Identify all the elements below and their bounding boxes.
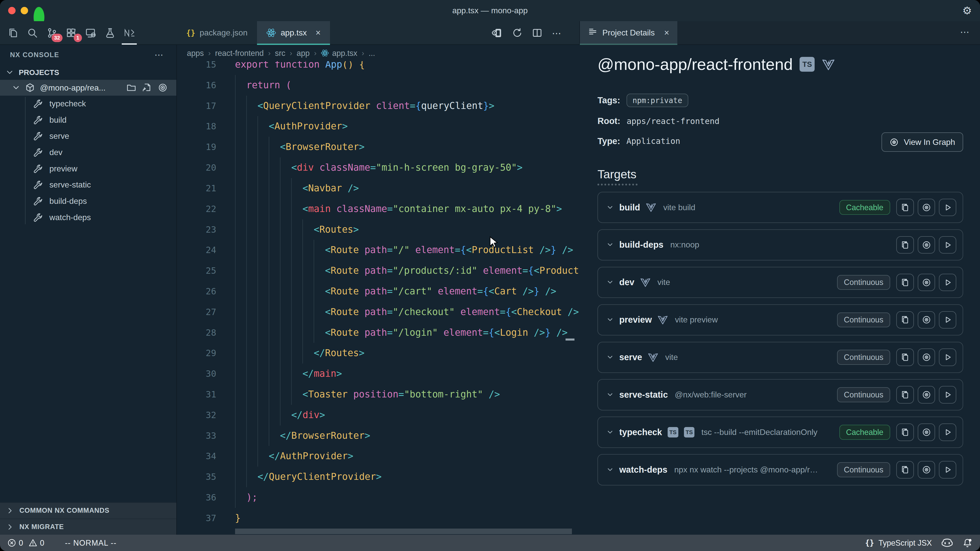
chevron-down-icon[interactable] [607,354,614,361]
tree-item-task-typecheck[interactable]: typecheck [0,96,177,112]
copy-button[interactable] [896,236,914,254]
view-button[interactable] [918,199,935,216]
more-actions-icon[interactable]: ⋯ [552,27,562,38]
breadcrumb-item[interactable]: apps [187,49,204,58]
target-card-build-deps[interactable]: build-depsnx:noop [597,229,963,260]
line-number[interactable]: 28 [178,322,216,343]
line-number[interactable]: 30 [178,364,216,384]
copy-button[interactable] [896,461,914,478]
line-number[interactable]: 38 [178,529,216,535]
breadcrumb-item[interactable]: app.tsx [321,49,357,58]
target-card-watch-deps[interactable]: watch-depsnpx nx watch --projects @mono-… [597,454,963,485]
line-number[interactable]: 21 [178,178,216,199]
view-button[interactable] [918,461,935,478]
tree-section-projects[interactable]: PROJECTS [0,65,177,80]
refresh-icon[interactable] [512,27,523,38]
tab-package.json[interactable]: {}package.json [177,21,257,44]
language-mode[interactable]: {} TypeScript JSX [865,538,932,548]
line-number[interactable]: 36 [178,487,216,508]
tree-item-task-build[interactable]: build [0,112,177,128]
play-button[interactable] [939,274,956,291]
play-button[interactable] [939,199,956,216]
play-button[interactable] [939,348,956,366]
chevron-down-icon[interactable] [607,279,614,286]
remote-explorer-icon[interactable] [85,27,96,38]
open-project-details-icon[interactable] [491,27,503,38]
breadcrumb-item[interactable]: ... [369,49,375,58]
tree-item-task-build-deps[interactable]: build-deps [0,193,177,210]
view-in-graph-button[interactable]: View In Graph [881,132,963,152]
line-number[interactable]: 17 [178,96,216,116]
play-button[interactable] [939,461,956,478]
chevron-down-icon[interactable] [607,391,614,398]
chevron-down-icon[interactable] [607,241,614,248]
line-number[interactable]: 23 [178,219,216,240]
line-number[interactable]: 26 [178,281,216,302]
close-window-button[interactable] [8,7,16,14]
breadcrumb-item[interactable]: src [275,49,285,58]
section-nx-migrate[interactable]: NX MIGRATE [0,519,177,535]
extensions-icon[interactable]: 1 [65,27,77,38]
view-button[interactable] [918,386,935,403]
notifications-bell-icon[interactable] [963,538,972,548]
target-card-build[interactable]: buildvite buildCacheable [597,192,963,223]
view-button[interactable] [918,274,935,291]
explorer-icon[interactable] [7,27,19,38]
chevron-down-icon[interactable] [607,466,614,473]
copy-button[interactable] [896,424,914,441]
copy-button[interactable] [896,348,914,366]
split-editor-icon[interactable] [532,27,542,38]
chevron-down-icon[interactable] [607,429,614,436]
view-button[interactable] [918,424,935,441]
line-number[interactable]: 27 [178,302,216,322]
copy-button[interactable] [896,311,914,329]
target-card-dev[interactable]: devviteContinuous [597,267,963,298]
copy-button[interactable] [896,199,914,216]
line-number[interactable]: 22 [178,199,216,219]
play-button[interactable] [939,386,956,403]
tab-project-details[interactable]: Project Details × [580,21,677,44]
line-number[interactable]: 35 [178,467,216,487]
line-number[interactable]: 15 [178,61,216,75]
line-number[interactable]: 33 [178,426,216,446]
folder-icon[interactable] [126,83,136,93]
line-number[interactable]: 20 [178,157,216,178]
open-config-file-icon[interactable] [142,83,152,93]
breadcrumb-item[interactable]: react-frontend [215,49,264,58]
chevron-down-icon[interactable] [607,316,614,323]
search-icon[interactable] [27,27,38,38]
line-number[interactable]: 31 [178,384,216,405]
chevron-down-icon[interactable] [607,204,614,211]
line-number[interactable]: 29 [178,343,216,364]
sidebar-more-actions[interactable]: ⋯ [154,50,164,60]
tab-app.tsx[interactable]: app.tsx× [257,21,330,44]
vim-mode-indicator[interactable]: -- NORMAL -- [65,538,116,548]
target-card-serve[interactable]: serveviteContinuous [597,342,963,373]
tree-item-task-serve-static[interactable]: serve-static [0,177,177,193]
focus-target-icon[interactable] [158,83,168,93]
line-number[interactable]: 37 [178,508,216,529]
source-control-icon[interactable]: 32 [46,27,57,38]
line-number[interactable]: 18 [178,116,216,137]
play-button[interactable] [939,311,956,329]
copy-button[interactable] [896,386,914,403]
line-number[interactable]: 24 [178,240,216,260]
close-icon[interactable]: × [664,28,669,38]
problems-indicator[interactable]: 0 0 [7,538,44,548]
tree-item-task-watch-deps[interactable]: watch-deps [0,209,177,225]
settings-gear-icon[interactable]: ⚙ [963,4,972,17]
breadcrumb-item[interactable]: app [297,49,310,58]
code-viewport[interactable]: 15export function App() {16 return (17 <… [178,61,579,535]
nx-console-icon[interactable] [124,27,135,38]
tree-item-task-serve[interactable]: serve [0,128,177,144]
view-button[interactable] [918,236,935,254]
close-icon[interactable]: × [316,28,321,38]
target-card-serve-static[interactable]: serve-static@nx/web:file-serverContinuou… [597,379,963,410]
line-number[interactable]: 19 [178,137,216,157]
tree-item-task-dev[interactable]: dev [0,144,177,161]
target-card-typecheck[interactable]: typecheckTSTStsc --build --emitDeclarati… [597,416,963,448]
tree-item-task-preview[interactable]: preview [0,160,177,177]
line-number[interactable]: 34 [178,446,216,467]
view-button[interactable] [918,311,935,329]
horizontal-scrollbar[interactable] [235,529,572,534]
